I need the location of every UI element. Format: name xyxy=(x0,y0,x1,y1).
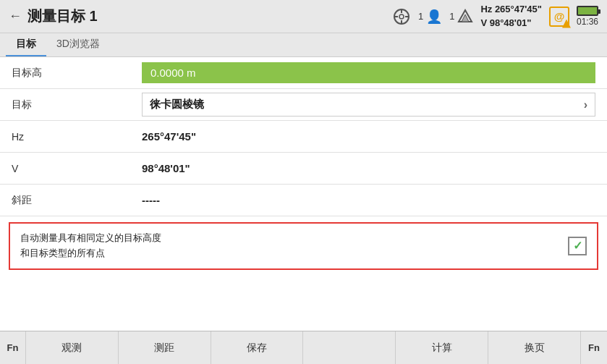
value-target-height[interactable]: 0.0000 m xyxy=(142,62,595,83)
chevron-right-icon: › xyxy=(584,98,587,111)
prism-icon xyxy=(457,9,473,25)
field-row-target: 目标 徕卡圆棱镜 › xyxy=(0,89,607,121)
battery-time-group: 01:36 xyxy=(577,6,598,27)
toolbar-fn-right[interactable]: Fn xyxy=(581,331,607,364)
person-num-group: 1 👤 xyxy=(418,9,442,25)
tab-target[interactable]: 目标 xyxy=(6,33,46,56)
toolbar-next-page[interactable]: 换页 xyxy=(488,331,581,364)
person-num: 1 xyxy=(418,11,423,22)
at-icon: @ xyxy=(549,7,569,27)
checkbox-section: 自动测量具有相同定义的目标高度 和目标类型的所有点 ✓ xyxy=(9,222,598,270)
value-hz: 265°47'45" xyxy=(142,130,595,143)
field-row-slope: 斜距 ----- xyxy=(0,185,607,216)
value-slope: ----- xyxy=(142,194,595,206)
toolbar-observe[interactable]: 观测 xyxy=(26,331,119,364)
angle-hz: Hz 265°47'45" xyxy=(480,3,542,16)
warning-triangle-icon xyxy=(562,20,571,28)
angle-display: Hz 265°47'45" V 98°48'01" xyxy=(480,3,542,29)
field-row-hz: Hz 265°47'45" xyxy=(0,121,607,153)
angle-v: V 98°48'01" xyxy=(480,17,531,30)
label-target-height: 目标高 xyxy=(12,67,142,80)
toolbar: Fn 观测 测距 保存 计算 换页 Fn xyxy=(0,331,607,364)
header-left: ← 测量目标 1 xyxy=(9,7,98,26)
field-row-v: V 98°48'01" xyxy=(0,153,607,185)
back-button[interactable]: ← xyxy=(9,9,22,24)
checkbox-text-line1: 自动测量具有相同定义的目标高度 xyxy=(20,232,161,243)
clock-display: 01:36 xyxy=(577,17,598,27)
field-row-target-height: 目标高 0.0000 m xyxy=(0,57,607,89)
header-icons: 1 👤 1 Hz 265°47'45" V 98°48'01" @ 01:36 xyxy=(392,3,598,29)
content-area: 目标高 0.0000 m 目标 徕卡圆棱镜 › Hz 265°47'45" V … xyxy=(0,57,607,331)
toolbar-calculate[interactable]: 计算 xyxy=(396,331,488,364)
label-v: V xyxy=(12,163,142,174)
checkbox-text-line2: 和目标类型的所有点 xyxy=(20,247,105,258)
tab-3d-browser[interactable]: 3D浏览器 xyxy=(46,33,110,56)
checkbox-label: 自动测量具有相同定义的目标高度 和目标类型的所有点 xyxy=(20,231,561,261)
toolbar-save[interactable]: 保存 xyxy=(211,331,304,364)
value-v: 98°48'01" xyxy=(142,162,595,174)
toolbar-measure-dist[interactable]: 测距 xyxy=(119,331,211,364)
header: ← 测量目标 1 1 👤 1 xyxy=(0,0,607,33)
tabs-bar: 目标 3D浏览器 xyxy=(0,33,607,57)
label-hz: Hz xyxy=(12,131,142,143)
label-slope: 斜距 xyxy=(12,194,142,207)
checkbox-input[interactable]: ✓ xyxy=(568,237,587,255)
crosshair-icon xyxy=(392,7,411,26)
target-value-text: 徕卡圆棱镜 xyxy=(150,98,204,111)
page-title: 测量目标 1 xyxy=(27,7,98,26)
toolbar-fn-left[interactable]: Fn xyxy=(0,331,26,364)
crosshair-group xyxy=(392,7,411,26)
checkmark-icon: ✓ xyxy=(573,239,582,253)
prism-num: 1 xyxy=(449,11,454,22)
label-target: 目标 xyxy=(12,98,142,111)
value-target[interactable]: 徕卡圆棱镜 › xyxy=(142,93,595,117)
prism-num-group: 1 xyxy=(449,9,473,25)
svg-point-5 xyxy=(399,14,404,19)
battery-icon xyxy=(577,6,598,16)
person-icon: 👤 xyxy=(426,9,442,25)
toolbar-spacer xyxy=(303,331,396,364)
